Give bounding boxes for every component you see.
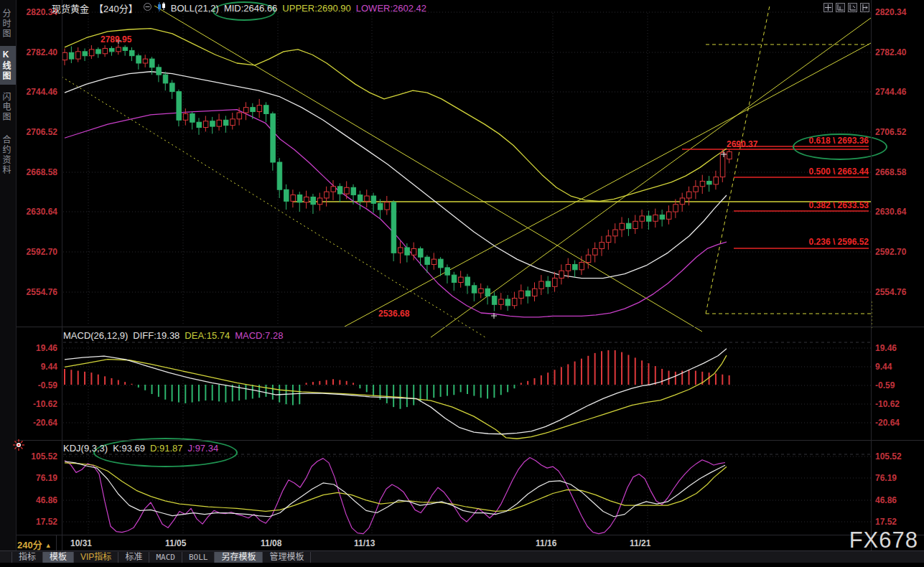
sidebar-item-contract-info[interactable]: 合约资料	[0, 129, 16, 181]
axis-zoom-right-icon[interactable]	[848, 3, 857, 12]
boll-lower-value: LOWER:2602.42	[356, 3, 426, 14]
crosshair-tool-icon[interactable]	[823, 3, 833, 12]
kdj-axis-label-left: 76.19	[20, 473, 57, 483]
macd-axis-label-left: -10.62	[20, 399, 57, 409]
tab-indicators[interactable]: 指标	[11, 552, 43, 563]
tab-standard[interactable]: 标准	[118, 552, 149, 563]
price-axis-label-right: 2554.76	[875, 287, 906, 297]
kdj-timeaxis-divider	[0, 535, 924, 535]
price-axis-label-left: 2630.64	[20, 207, 57, 217]
fx678-watermark: FX678	[849, 528, 918, 553]
kdj-axis-label-left: 105.52	[20, 451, 57, 461]
macd-diff-value: DIFF:19.38	[133, 330, 179, 341]
macd-axis-label-right: 9.44	[875, 362, 892, 372]
tab-manage-templates[interactable]: 管理模板	[263, 552, 311, 563]
date-label: 11/05	[165, 538, 186, 548]
boll-mid-value: MID:2646.66	[224, 3, 277, 14]
sidebar-item-kline-chart[interactable]: K线图	[0, 46, 16, 85]
kdj-axis-label-right: 76.19	[875, 473, 897, 483]
axis-zoom-left-icon[interactable]	[836, 3, 845, 12]
kdj-axis-label-left: 46.86	[20, 495, 57, 505]
kdj-pane	[65, 458, 727, 534]
price-axis-label-left: 2668.58	[20, 167, 57, 177]
price-annotation: 2536.68	[378, 309, 409, 319]
macd-axis-label-right: 19.46	[875, 343, 897, 353]
tab-macd[interactable]: MACD	[149, 552, 182, 563]
date-label: 11/21	[630, 538, 650, 548]
tab-vip-indicators[interactable]: VIP指标	[74, 552, 118, 563]
macd-axis-label-right: -0.59	[875, 380, 895, 390]
price-axis-label-right: 2820.34	[875, 7, 906, 17]
macd-axis-label-left: -0.59	[20, 380, 57, 390]
symbol-name: 现货黄金	[52, 1, 89, 15]
tab-boll[interactable]: BOLL	[182, 552, 215, 563]
macd-pane	[65, 349, 729, 439]
kdj-axis-label-left: 17.52	[20, 517, 57, 527]
price-axis-label-right: 2744.46	[875, 87, 906, 97]
macd-axis-label-left: 19.46	[20, 343, 57, 353]
kdj-header: KDJ(9,3,3) K:93.69 D:91.87 J:97.34	[63, 442, 218, 454]
price-axis-label-left: 2744.46	[20, 87, 57, 97]
price-axis-label-left: 2782.40	[20, 47, 57, 57]
period-cell-border-right	[56, 535, 57, 550]
kdj-axis-label-right: 17.52	[875, 517, 897, 527]
pane-expand-icon[interactable]	[860, 3, 869, 12]
fib-level-label: 0.382 \ 2633.53	[780, 200, 869, 210]
macd-axis-label-left: -20.64	[20, 418, 57, 428]
boll-upper-value: UPPER:2690.90	[282, 3, 350, 14]
fib-level-label: 0.236 \ 2596.52	[780, 237, 869, 247]
boll-indicator-label: BOLL(21,2)	[171, 3, 219, 14]
candlestick-icon[interactable]	[157, 2, 166, 14]
macd-dea-value: DEA:15.74	[185, 330, 230, 341]
alert-flash-icon[interactable]	[13, 439, 24, 454]
macd-axis-label-right: -20.64	[875, 418, 900, 428]
price-axis-label-right: 2706.52	[875, 127, 906, 137]
price-annotation: 2690.37	[727, 139, 757, 149]
price-axis-label-left: 2554.76	[20, 287, 57, 297]
main-chart-header: 现货黄金 【240分】 BOLL(21,2) MID:2646.66 UPPER…	[52, 2, 426, 14]
chart-tool-icons	[823, 3, 869, 12]
kdj-d-value: D:91.87	[150, 443, 183, 454]
sidebar-item-lightning-chart[interactable]: 闪电图	[0, 88, 16, 126]
fib-618-highlight-ellipse	[793, 133, 887, 160]
price-axis-label-right: 2668.58	[875, 167, 906, 177]
fib-level-label: 0.500 \ 2663.44	[780, 167, 869, 177]
price-annotation: 2789.95	[101, 34, 131, 44]
macd-axis-label-right: -10.62	[875, 399, 900, 409]
macd-axis-label-left: 9.44	[20, 362, 57, 372]
collapse-icon[interactable]	[143, 2, 152, 14]
price-axis-label-right: 2782.40	[875, 47, 906, 57]
price-axis-label-left: 2706.52	[20, 127, 57, 137]
date-label: 11/16	[536, 538, 556, 548]
bottom-toolbar: 指标 模板 VIP指标 标准 MACD BOLL 另存模板 管理模板	[0, 550, 924, 563]
chevron-up-icon: ▲	[45, 542, 52, 549]
period-badge: 【240分】	[94, 1, 138, 15]
tab-save-template[interactable]: 另存模板	[215, 552, 263, 563]
kdj-axis-label-right: 46.86	[875, 495, 897, 505]
macd-indicator-label: MACD(26,12,9)	[63, 330, 128, 341]
macd-header: MACD(26,12,9) DIFF:19.38 DEA:15.74 MACD:…	[63, 329, 283, 341]
bollinger-bands	[65, 29, 727, 317]
kdj-indicator-label: KDJ(9,3,3)	[63, 443, 108, 454]
kdj-k-value: K:93.69	[113, 443, 145, 454]
left-plot-border	[62, 0, 62, 550]
price-axis-label-left: 2592.70	[20, 247, 57, 257]
right-plot-border	[871, 0, 872, 550]
kdj-j-value: J:97.34	[188, 443, 219, 454]
date-label: 10/31	[70, 538, 92, 548]
macd-kdj-divider	[0, 440, 924, 441]
date-label: 11/08	[261, 538, 281, 548]
sidebar-item-timeshare-chart[interactable]: 分时图	[0, 4, 16, 43]
left-sidebar: 分时图 K线图 闪电图 合约资料	[0, 0, 17, 550]
macd-macd-value: MACD:7.28	[235, 330, 283, 341]
period-selector[interactable]: 240分▲	[17, 538, 52, 551]
trading-terminal: 2820.342820.342782.402782.402744.462744.…	[0, 0, 924, 567]
price-axis-label-right: 2592.70	[875, 247, 906, 257]
date-label: 11/13	[354, 538, 375, 548]
kdj-axis-label-right: 105.52	[875, 451, 902, 461]
price-axis-label-right: 2630.64	[875, 207, 906, 217]
tab-templates[interactable]: 模板	[43, 552, 74, 563]
chart-canvas	[0, 0, 924, 567]
main-macd-divider	[0, 327, 924, 327]
